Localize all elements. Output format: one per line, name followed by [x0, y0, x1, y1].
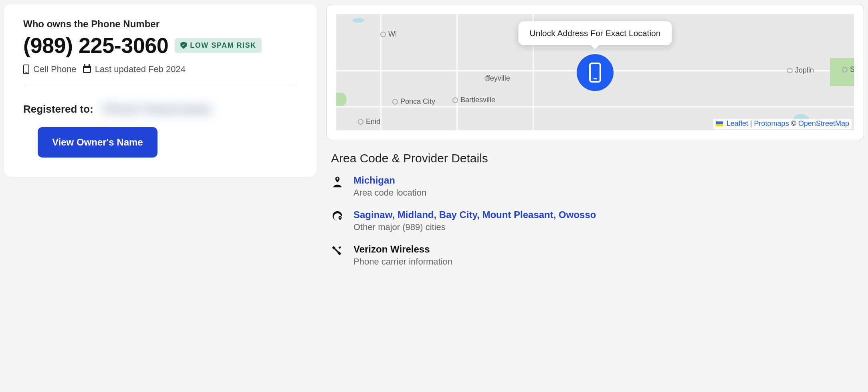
detail-body: Michigan Area code location	[353, 175, 426, 198]
satellite-icon	[331, 244, 344, 257]
carrier-title: Verizon Wireless	[353, 244, 452, 255]
carrier-sub: Phone carrier information	[353, 257, 452, 267]
location-pin-icon	[331, 176, 344, 188]
map-city-label: Ponca City	[392, 97, 435, 106]
cities-link[interactable]: Saginaw, Midland, Bay City, Mount Pleasa…	[353, 209, 596, 220]
last-updated: Last updated Feb 2024	[83, 64, 186, 75]
detail-carrier: Verizon Wireless Phone carrier informati…	[331, 244, 859, 267]
blurred-owner-name: Phone Ownername	[103, 102, 212, 116]
location-link[interactable]: Michigan	[353, 175, 395, 186]
phone-number: (989) 225-3060	[23, 33, 168, 58]
location-map[interactable]: Wi ffeyville Joplin Sp Ponca City Bartle…	[336, 14, 854, 130]
details-heading: Area Code & Provider Details	[331, 152, 859, 165]
map-road	[456, 14, 458, 130]
right-column: Wi ffeyville Joplin Sp Ponca City Bartle…	[326, 4, 864, 278]
last-updated-label: Last updated Feb 2024	[95, 64, 186, 75]
osm-link[interactable]: OpenStreetMap	[798, 119, 849, 127]
map-city-label: Enid	[358, 117, 380, 126]
map-park	[336, 93, 347, 106]
phone-type: Cell Phone	[23, 64, 77, 75]
view-owner-name-button[interactable]: View Owner's Name	[38, 127, 157, 158]
detail-location: Michigan Area code location	[331, 175, 859, 198]
map-lake	[352, 18, 364, 23]
map-road	[336, 106, 854, 107]
detail-body: Verizon Wireless Phone carrier informati…	[353, 244, 452, 267]
registered-to-label: Registered to:	[23, 103, 93, 115]
map-city-label: Sp	[842, 65, 854, 74]
cellphone-icon	[589, 63, 601, 83]
attrib-copyright: ©	[791, 119, 798, 127]
leaflet-link[interactable]: Leaflet	[727, 119, 748, 127]
card-subtitle: Who owns the Phone Number	[23, 18, 297, 30]
shield-check-icon	[180, 42, 187, 49]
spam-badge-label: LOW SPAM RISK	[190, 41, 256, 50]
map-tooltip[interactable]: Unlock Address For Exact Location	[519, 21, 672, 45]
phone-meta-row: Cell Phone Last updated Feb 2024	[23, 64, 297, 86]
cities-sub: Other major (989) cities	[353, 222, 596, 232]
phone-owner-card: Who owns the Phone Number (989) 225-3060…	[4, 4, 317, 177]
attrib-separator: |	[750, 119, 754, 127]
calendar-icon	[83, 66, 91, 73]
globe-pin-icon	[331, 210, 344, 223]
map-city-label: Bartlesville	[452, 96, 495, 104]
map-attribution: Leaflet | Protomaps © OpenStreetMap	[713, 119, 852, 129]
detail-body: Saginaw, Midland, Bay City, Mount Pleasa…	[353, 209, 596, 232]
map-city-label: Joplin	[787, 66, 814, 75]
cellphone-icon	[23, 65, 29, 74]
map-card: Wi ffeyville Joplin Sp Ponca City Bartle…	[326, 4, 864, 140]
phone-row: (989) 225-3060 LOW SPAM RISK	[23, 33, 297, 58]
map-city-label: ffeyville	[484, 74, 510, 83]
map-city-label: Wi	[380, 30, 397, 38]
detail-cities: Saginaw, Midland, Bay City, Mount Pleasa…	[331, 209, 859, 232]
ukraine-flag-icon	[716, 121, 723, 126]
phone-type-label: Cell Phone	[33, 64, 77, 75]
protomaps-link[interactable]: Protomaps	[754, 119, 789, 127]
registered-row: Registered to: Phone Ownername	[23, 102, 297, 116]
area-code-details: Area Code & Provider Details Michigan Ar…	[326, 152, 864, 278]
location-sub: Area code location	[353, 188, 426, 198]
map-marker[interactable]	[577, 54, 614, 91]
spam-risk-badge: LOW SPAM RISK	[175, 38, 262, 53]
